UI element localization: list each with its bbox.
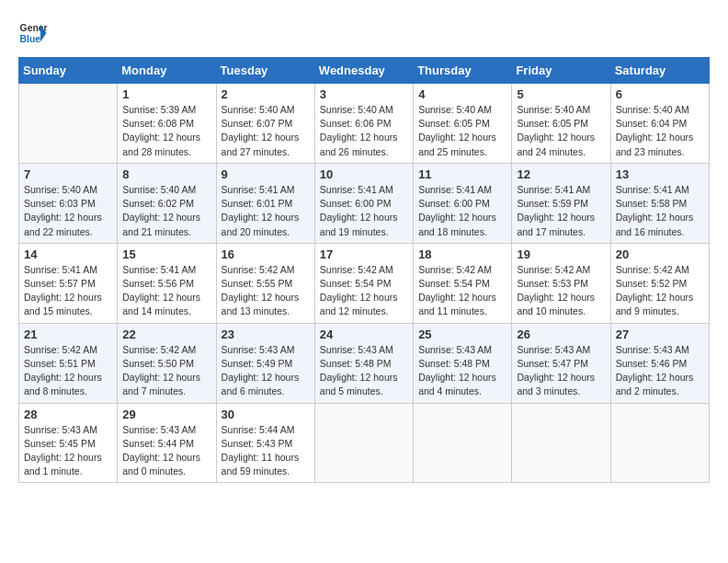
day-info: Sunrise: 5:40 AM Sunset: 6:05 PM Dayligh… <box>517 103 605 159</box>
day-number: 8 <box>122 167 210 181</box>
day-number: 7 <box>24 167 112 181</box>
day-cell: 23Sunrise: 5:43 AM Sunset: 5:49 PM Dayli… <box>216 323 314 403</box>
day-info: Sunrise: 5:41 AM Sunset: 5:56 PM Dayligh… <box>122 263 210 319</box>
day-number: 11 <box>418 167 506 181</box>
day-cell: 27Sunrise: 5:43 AM Sunset: 5:46 PM Dayli… <box>610 323 709 403</box>
day-number: 3 <box>320 87 408 101</box>
day-cell: 25Sunrise: 5:43 AM Sunset: 5:48 PM Dayli… <box>414 323 512 403</box>
day-number: 12 <box>517 167 605 181</box>
weekday-header-saturday: Saturday <box>610 58 709 84</box>
week-row-2: 7Sunrise: 5:40 AM Sunset: 6:03 PM Daylig… <box>19 163 710 243</box>
day-info: Sunrise: 5:44 AM Sunset: 5:43 PM Dayligh… <box>222 423 310 479</box>
day-number: 6 <box>616 87 704 101</box>
day-number: 21 <box>24 327 112 341</box>
logo-icon: General Blue <box>18 18 48 48</box>
day-info: Sunrise: 5:40 AM Sunset: 6:05 PM Dayligh… <box>418 103 506 159</box>
day-number: 23 <box>222 327 310 341</box>
svg-text:Blue: Blue <box>20 34 41 44</box>
day-number: 19 <box>517 247 605 261</box>
day-cell: 9Sunrise: 5:41 AM Sunset: 6:01 PM Daylig… <box>216 163 314 243</box>
day-number: 29 <box>122 408 210 421</box>
day-info: Sunrise: 5:42 AM Sunset: 5:55 PM Dayligh… <box>222 263 310 319</box>
day-info: Sunrise: 5:42 AM Sunset: 5:50 PM Dayligh… <box>122 343 210 399</box>
day-number: 25 <box>418 327 506 341</box>
weekday-header-sunday: Sunday <box>19 58 118 84</box>
day-number: 22 <box>122 327 210 341</box>
weekday-header-friday: Friday <box>512 58 610 84</box>
logo: General Blue <box>18 18 48 48</box>
day-cell: 17Sunrise: 5:42 AM Sunset: 5:54 PM Dayli… <box>314 243 413 323</box>
day-cell: 5Sunrise: 5:40 AM Sunset: 6:05 PM Daylig… <box>512 84 610 164</box>
day-info: Sunrise: 5:43 AM Sunset: 5:49 PM Dayligh… <box>222 343 310 399</box>
day-cell <box>314 403 413 483</box>
day-number: 5 <box>517 87 605 101</box>
day-number: 14 <box>24 247 112 261</box>
day-info: Sunrise: 5:40 AM Sunset: 6:06 PM Dayligh… <box>320 103 408 159</box>
day-info: Sunrise: 5:42 AM Sunset: 5:53 PM Dayligh… <box>517 263 605 319</box>
day-cell: 8Sunrise: 5:40 AM Sunset: 6:02 PM Daylig… <box>118 163 216 243</box>
day-cell: 1Sunrise: 5:39 AM Sunset: 6:08 PM Daylig… <box>118 84 216 164</box>
day-info: Sunrise: 5:41 AM Sunset: 6:00 PM Dayligh… <box>418 183 506 239</box>
day-number: 27 <box>616 327 704 341</box>
day-cell: 3Sunrise: 5:40 AM Sunset: 6:06 PM Daylig… <box>314 84 413 164</box>
day-info: Sunrise: 5:42 AM Sunset: 5:52 PM Dayligh… <box>616 263 704 319</box>
day-info: Sunrise: 5:42 AM Sunset: 5:54 PM Dayligh… <box>320 263 408 319</box>
weekday-header-monday: Monday <box>118 58 216 84</box>
day-info: Sunrise: 5:43 AM Sunset: 5:48 PM Dayligh… <box>320 343 408 399</box>
day-number: 2 <box>222 87 310 101</box>
day-cell <box>19 84 118 164</box>
day-cell: 24Sunrise: 5:43 AM Sunset: 5:48 PM Dayli… <box>314 323 413 403</box>
day-cell: 21Sunrise: 5:42 AM Sunset: 5:51 PM Dayli… <box>19 323 118 403</box>
day-cell: 30Sunrise: 5:44 AM Sunset: 5:43 PM Dayli… <box>216 403 314 483</box>
weekday-header-tuesday: Tuesday <box>216 58 314 84</box>
day-cell: 22Sunrise: 5:42 AM Sunset: 5:50 PM Dayli… <box>118 323 216 403</box>
day-cell: 13Sunrise: 5:41 AM Sunset: 5:58 PM Dayli… <box>610 163 709 243</box>
day-info: Sunrise: 5:39 AM Sunset: 6:08 PM Dayligh… <box>122 103 210 159</box>
day-number: 26 <box>517 327 605 341</box>
day-cell: 19Sunrise: 5:42 AM Sunset: 5:53 PM Dayli… <box>512 243 610 323</box>
day-cell: 28Sunrise: 5:43 AM Sunset: 5:45 PM Dayli… <box>19 403 118 483</box>
day-number: 28 <box>24 408 112 421</box>
day-cell: 4Sunrise: 5:40 AM Sunset: 6:05 PM Daylig… <box>414 84 512 164</box>
weekday-header-wednesday: Wednesday <box>314 58 413 84</box>
day-number: 17 <box>320 247 408 261</box>
day-cell: 15Sunrise: 5:41 AM Sunset: 5:56 PM Dayli… <box>118 243 216 323</box>
day-info: Sunrise: 5:43 AM Sunset: 5:45 PM Dayligh… <box>24 423 112 479</box>
day-cell: 11Sunrise: 5:41 AM Sunset: 6:00 PM Dayli… <box>414 163 512 243</box>
day-cell: 16Sunrise: 5:42 AM Sunset: 5:55 PM Dayli… <box>216 243 314 323</box>
day-info: Sunrise: 5:40 AM Sunset: 6:02 PM Dayligh… <box>122 183 210 239</box>
day-info: Sunrise: 5:41 AM Sunset: 6:00 PM Dayligh… <box>320 183 408 239</box>
day-info: Sunrise: 5:41 AM Sunset: 5:59 PM Dayligh… <box>517 183 605 239</box>
day-cell: 14Sunrise: 5:41 AM Sunset: 5:57 PM Dayli… <box>19 243 118 323</box>
day-info: Sunrise: 5:41 AM Sunset: 6:01 PM Dayligh… <box>222 183 310 239</box>
day-number: 30 <box>222 408 310 421</box>
day-number: 24 <box>320 327 408 341</box>
day-cell: 29Sunrise: 5:43 AM Sunset: 5:44 PM Dayli… <box>118 403 216 483</box>
day-info: Sunrise: 5:40 AM Sunset: 6:04 PM Dayligh… <box>616 103 704 159</box>
page-header: General Blue <box>18 18 710 48</box>
day-info: Sunrise: 5:40 AM Sunset: 6:03 PM Dayligh… <box>24 183 112 239</box>
day-info: Sunrise: 5:42 AM Sunset: 5:51 PM Dayligh… <box>24 343 112 399</box>
day-info: Sunrise: 5:41 AM Sunset: 5:57 PM Dayligh… <box>24 263 112 319</box>
day-info: Sunrise: 5:42 AM Sunset: 5:54 PM Dayligh… <box>418 263 506 319</box>
weekday-header-row: SundayMondayTuesdayWednesdayThursdayFrid… <box>19 58 710 84</box>
day-cell: 7Sunrise: 5:40 AM Sunset: 6:03 PM Daylig… <box>19 163 118 243</box>
week-row-3: 14Sunrise: 5:41 AM Sunset: 5:57 PM Dayli… <box>19 243 710 323</box>
day-cell <box>414 403 512 483</box>
day-info: Sunrise: 5:43 AM Sunset: 5:46 PM Dayligh… <box>616 343 704 399</box>
week-row-4: 21Sunrise: 5:42 AM Sunset: 5:51 PM Dayli… <box>19 323 710 403</box>
day-cell <box>610 403 709 483</box>
day-info: Sunrise: 5:41 AM Sunset: 5:58 PM Dayligh… <box>616 183 704 239</box>
day-info: Sunrise: 5:43 AM Sunset: 5:44 PM Dayligh… <box>122 423 210 479</box>
calendar-table: SundayMondayTuesdayWednesdayThursdayFrid… <box>18 57 710 483</box>
day-number: 20 <box>616 247 704 261</box>
day-cell <box>512 403 610 483</box>
day-number: 4 <box>418 87 506 101</box>
day-cell: 6Sunrise: 5:40 AM Sunset: 6:04 PM Daylig… <box>610 84 709 164</box>
day-cell: 10Sunrise: 5:41 AM Sunset: 6:00 PM Dayli… <box>314 163 413 243</box>
day-number: 9 <box>222 167 310 181</box>
week-row-1: 1Sunrise: 5:39 AM Sunset: 6:08 PM Daylig… <box>19 84 710 164</box>
day-info: Sunrise: 5:40 AM Sunset: 6:07 PM Dayligh… <box>222 103 310 159</box>
week-row-5: 28Sunrise: 5:43 AM Sunset: 5:45 PM Dayli… <box>19 403 710 483</box>
day-cell: 12Sunrise: 5:41 AM Sunset: 5:59 PM Dayli… <box>512 163 610 243</box>
